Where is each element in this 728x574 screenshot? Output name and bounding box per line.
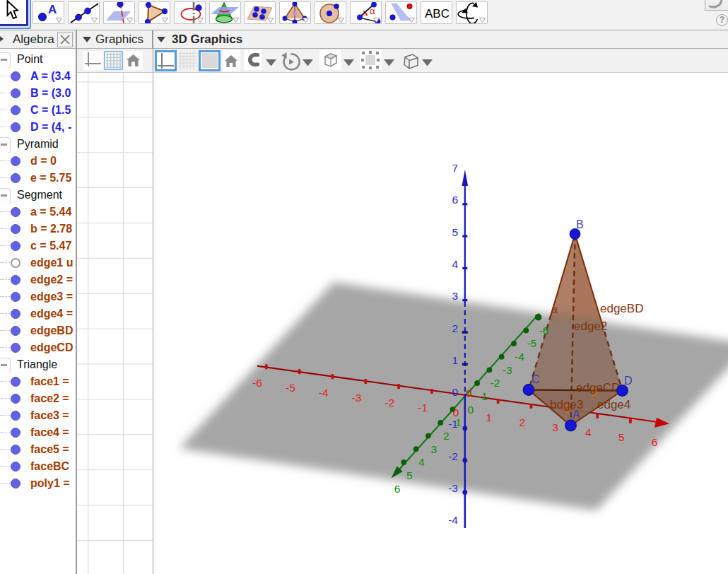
svg-text:-6: -6: [252, 377, 262, 389]
svg-text:d: d: [466, 387, 472, 399]
svg-text:-5: -5: [527, 337, 536, 349]
svg-text:A: A: [48, 3, 57, 16]
svg-text:B: B: [576, 218, 584, 230]
svg-text:6: 6: [452, 194, 458, 206]
svg-text:5: 5: [452, 226, 458, 238]
svg-text:6: 6: [394, 483, 401, 495]
svg-text:0: 0: [467, 404, 474, 416]
svg-text:edge2: edge2: [574, 320, 607, 333]
svg-text:-4: -4: [515, 351, 524, 363]
svg-text:5: 5: [406, 469, 413, 481]
svg-text:-4: -4: [319, 387, 329, 399]
svg-text:-1: -1: [448, 418, 458, 430]
svg-text:D: D: [624, 375, 633, 387]
svg-text:-3: -3: [352, 392, 362, 404]
svg-text:edgeCD: edgeCD: [576, 381, 620, 394]
svg-text:-1: -1: [418, 402, 428, 414]
svg-text:edgeBD: edgeBD: [600, 302, 643, 315]
svg-text:3: 3: [452, 290, 458, 302]
svg-text:-3: -3: [448, 482, 458, 494]
svg-text:-2: -2: [491, 377, 500, 389]
svg-text:2: 2: [443, 430, 450, 442]
svg-text:ABC: ABC: [425, 7, 450, 20]
svg-text:5: 5: [618, 431, 625, 443]
svg-text:-3: -3: [503, 364, 512, 376]
svg-text:-4: -4: [448, 514, 458, 526]
svg-text:4: 4: [585, 426, 592, 438]
svg-text:1: 1: [486, 411, 492, 423]
svg-text:edge4: edge4: [597, 398, 630, 411]
svg-text:-2: -2: [448, 450, 458, 462]
svg-text:a: a: [551, 303, 558, 315]
svg-text:-2: -2: [384, 397, 394, 409]
svg-text:-1: -1: [478, 390, 488, 402]
svg-text:bdge3: bdge3: [550, 398, 583, 411]
svg-text:7: 7: [452, 162, 458, 174]
svg-text:-5: -5: [286, 382, 295, 394]
svg-text:4: 4: [452, 258, 458, 270]
svg-text:1: 1: [452, 354, 458, 366]
svg-text:2: 2: [519, 416, 525, 428]
svg-text:3: 3: [552, 421, 558, 433]
svg-text:3: 3: [431, 443, 438, 455]
svg-text:0: 0: [452, 386, 458, 398]
svg-text:C: C: [532, 373, 540, 385]
svg-text:-6: -6: [539, 324, 549, 336]
svg-text:4: 4: [418, 456, 425, 468]
svg-text:2: 2: [452, 322, 458, 334]
svg-text:6: 6: [652, 436, 658, 448]
